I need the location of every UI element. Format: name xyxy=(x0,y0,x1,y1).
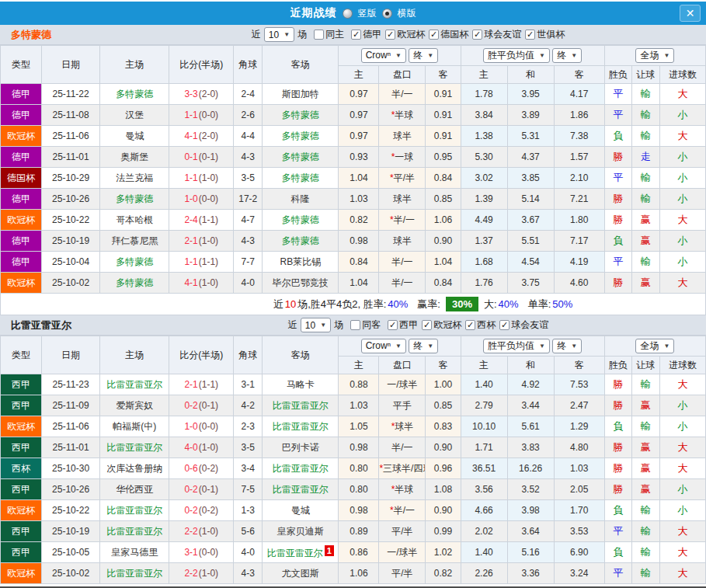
bookmaker-select[interactable]: Crowⁿ▼ xyxy=(361,48,406,63)
avg-away-odds: 1.70 xyxy=(554,500,604,521)
match-row: 西甲25-10-19比雷亚雷亚尔2-2(1-0)5-6皇家贝迪斯0.89平/半0… xyxy=(1,521,706,542)
league-filter[interactable]: ✓世俱杯 xyxy=(525,28,565,41)
half-score: (0-2) xyxy=(199,505,218,516)
outcome-goals: 小 xyxy=(659,252,705,273)
scope-select[interactable]: 全场▼ xyxy=(635,339,674,353)
full-score: 1-0 xyxy=(184,193,197,204)
scope-header: 全场▼ xyxy=(604,46,705,66)
handicap: 半/一 xyxy=(379,84,426,105)
radio-horizontal-icon[interactable] xyxy=(382,9,392,19)
match-row: 欧冠杯25-10-02比雷亚雷亚尔2-2(1-0)4-3尤文图斯1.06平/半0… xyxy=(1,563,706,584)
avg-odds-select[interactable]: 胜平负均值▼ xyxy=(483,48,550,63)
odds-away: 0.96 xyxy=(426,458,461,479)
subcol-avg-home: 主 xyxy=(461,66,507,84)
odds-time-select[interactable]: 终▼ xyxy=(409,48,438,63)
avg-odds-select[interactable]: 胜平负均值▼ xyxy=(483,339,550,353)
outcome-handicap: 輸 xyxy=(631,126,659,147)
near-label: 近 xyxy=(288,318,297,332)
league-filter-label: 球会友谊 xyxy=(484,28,521,41)
avg-away-odds: 4.19 xyxy=(554,252,604,273)
full-score: 2-2 xyxy=(184,526,197,537)
corners: 4-3 xyxy=(234,563,263,584)
checkbox-unchecked-icon[interactable] xyxy=(350,320,360,330)
odds-time-select[interactable]: 终▼ xyxy=(409,339,438,353)
outcome-result: 平 xyxy=(604,105,631,126)
avg-home-odds: 1.38 xyxy=(461,126,507,147)
checkbox-checked-icon[interactable]: ✓ xyxy=(351,30,361,40)
match-count-select[interactable]: 10 ▼ xyxy=(264,27,294,42)
avg-home-odds: 1.40 xyxy=(461,542,507,563)
summary-big-label: 大: xyxy=(484,297,497,311)
odds-away: 0.90 xyxy=(426,500,461,521)
corners: 4-3 xyxy=(234,231,263,252)
match-date: 25-10-02 xyxy=(42,563,100,584)
avg-time-select[interactable]: 终▼ xyxy=(552,339,582,353)
avg-away-odds: 2.47 xyxy=(554,395,604,416)
chevron-down-icon: ▼ xyxy=(663,52,669,59)
same-venue-filter[interactable]: 同客 xyxy=(350,318,381,332)
league-filter-label: 欧冠杯 xyxy=(433,318,461,332)
avg-draw-odds: 5.16 xyxy=(507,542,554,563)
corners: 17-2 xyxy=(234,189,263,210)
checkbox-checked-icon[interactable]: ✓ xyxy=(465,320,475,330)
league-filter[interactable]: ✓西甲 xyxy=(388,318,418,332)
scope-select[interactable]: 全场▼ xyxy=(635,48,674,63)
league-filter-label: 德甲 xyxy=(363,28,381,41)
radio-vertical-label[interactable]: 竖版 xyxy=(358,7,377,20)
outcome-handicap: 走 xyxy=(631,147,659,168)
home-team: 哥本哈根 xyxy=(100,210,169,231)
checkbox-checked-icon[interactable]: ✓ xyxy=(385,30,395,40)
score: 1-1(0-0) xyxy=(169,105,234,126)
avg-time-select[interactable]: 终▼ xyxy=(552,48,582,63)
handicap: 半/一 xyxy=(379,273,426,294)
col-header-home: 主场 xyxy=(100,336,169,374)
league-filter[interactable]: ✓球会友谊 xyxy=(499,318,548,332)
score: 0-6(0-2) xyxy=(169,458,234,479)
odds-home: 1.04 xyxy=(339,273,379,294)
star-icon: * xyxy=(391,110,395,120)
checkbox-checked-icon[interactable]: ✓ xyxy=(429,30,439,40)
avg-home-odds: 1.76 xyxy=(461,273,507,294)
checkbox-checked-icon[interactable]: ✓ xyxy=(422,320,432,330)
bookmaker-select[interactable]: Crowⁿ▼ xyxy=(361,339,406,353)
avg-home-odds: 1.71 xyxy=(461,437,507,458)
checkbox-checked-icon[interactable]: ✓ xyxy=(388,320,398,330)
league-filter[interactable]: ✓欧冠杯 xyxy=(385,28,425,41)
outcome-handicap: 赢 xyxy=(631,395,659,416)
match-row: 西甲25-11-01比雷亚雷亚尔4-0(1-0)3-5巴列卡诺0.98半/一0.… xyxy=(1,437,706,458)
league-badge: 西甲 xyxy=(1,521,42,542)
same-venue-filter[interactable]: 同主 xyxy=(314,28,344,41)
chevron-down-icon: ▼ xyxy=(395,52,402,59)
away-team: 巴列卡诺 xyxy=(263,437,339,458)
league-filter[interactable]: ✓球会友谊 xyxy=(472,28,521,41)
match-count-select[interactable]: 10 ▼ xyxy=(301,318,331,332)
half-score: (1-0) xyxy=(199,172,218,183)
league-filter[interactable]: ✓德甲 xyxy=(351,28,381,41)
league-filter-label: 球会友谊 xyxy=(511,318,548,332)
corners: 2-4 xyxy=(234,84,263,105)
checkbox-checked-icon[interactable]: ✓ xyxy=(472,30,482,40)
avg-draw-odds: 3.95 xyxy=(507,84,554,105)
radio-horizontal-label[interactable]: 横版 xyxy=(398,7,416,20)
half-score: (0-1) xyxy=(199,151,218,162)
outcome-goals: 小 xyxy=(659,479,705,500)
radio-vertical-icon[interactable] xyxy=(343,9,353,19)
checkbox-checked-icon[interactable]: ✓ xyxy=(525,30,535,40)
checkbox-checked-icon[interactable]: ✓ xyxy=(499,320,510,330)
chevron-down-icon: ▼ xyxy=(539,343,545,350)
close-icon[interactable]: ✕ xyxy=(680,5,701,22)
col-header-away: 客场 xyxy=(263,336,339,374)
match-date: 25-11-09 xyxy=(42,395,100,416)
league-filter[interactable]: ✓欧冠杯 xyxy=(422,318,461,332)
outcome-result: 負 xyxy=(604,126,631,147)
home-team: 多特蒙德 xyxy=(100,273,169,294)
checkbox-unchecked-icon[interactable] xyxy=(314,30,324,40)
corners: 5-6 xyxy=(234,521,263,542)
league-filter[interactable]: ✓德国杯 xyxy=(429,28,468,41)
handicap: *半球 xyxy=(379,105,426,126)
score: 4-1(2-0) xyxy=(169,126,234,147)
outcome-handicap: 赢 xyxy=(631,479,659,500)
subcol-goals: 进球数 xyxy=(659,357,705,374)
league-filter[interactable]: ✓西杯 xyxy=(465,318,496,332)
handicap: 球半 xyxy=(379,231,426,252)
